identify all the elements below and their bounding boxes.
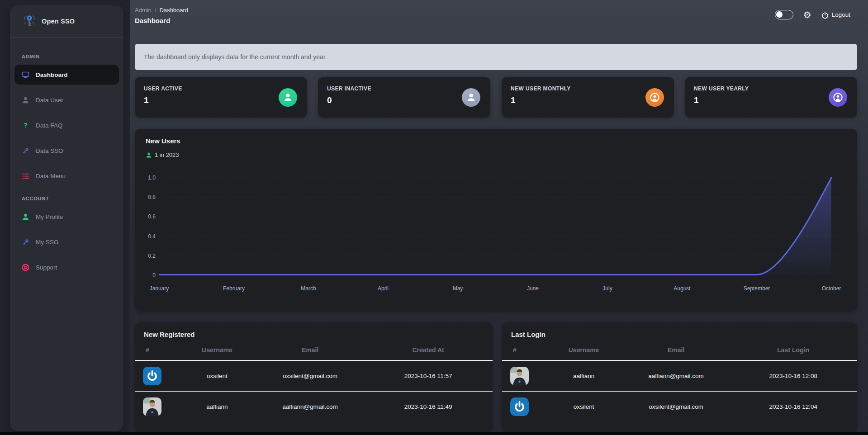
stat-icon-circle	[645, 88, 664, 107]
y-axis-tick: 1.0	[135, 175, 156, 181]
photo-avatar	[510, 367, 529, 385]
stat-card-new-user-monthly: NEW USER MONTHLY 1	[502, 77, 674, 118]
app-title: Open SSO	[42, 18, 75, 25]
stat-value: 1	[511, 95, 665, 105]
breadcrumb: Admin/Dashboard	[135, 7, 188, 14]
cell-created-at: 2023-10-16 11:57	[364, 360, 493, 392]
table-title: Last Login	[502, 322, 857, 341]
screen-bottom-edge	[0, 432, 868, 435]
x-axis-label: October	[822, 285, 841, 292]
y-axis-tick: 0.4	[135, 233, 156, 240]
stat-card-user-active: USER ACTIVE 1	[135, 77, 307, 118]
sidebar-item-data-sso[interactable]: Data SSO	[14, 141, 119, 161]
theme-toggle[interactable]	[775, 10, 793, 19]
user-solid-icon	[283, 93, 293, 102]
stat-value: 0	[327, 95, 481, 105]
monitor-icon	[22, 71, 29, 79]
open-sso-key-logo-icon	[22, 14, 37, 29]
logout-label: Logout	[832, 11, 850, 18]
topbar-actions: ⚙ Logout	[775, 10, 850, 19]
sidebar-section-admin: ADMIN	[22, 54, 123, 59]
stat-label: USER INACTIVE	[327, 85, 481, 92]
avatar-aalfiann	[143, 397, 161, 416]
stat-icon-circle	[829, 88, 847, 107]
sidebar-item-label: My Profile	[36, 213, 63, 220]
avatar-oxsilent	[510, 397, 529, 416]
cell-email: aalfiann@gmail.com	[256, 392, 364, 422]
cell-username: aalfiann	[178, 392, 256, 422]
x-axis-label: March	[301, 285, 316, 292]
user-icon	[22, 213, 29, 221]
photo-avatar	[143, 397, 161, 416]
sidebar-item-data-faq[interactable]: ? Data FAQ	[14, 115, 119, 135]
chart-legend[interactable]: 1 in 2023	[146, 151, 179, 158]
column-header-number: #	[135, 341, 178, 360]
y-axis-tick: 0.6	[135, 213, 156, 220]
question-icon: ?	[22, 122, 29, 129]
sidebar-item-label: Data FAQ	[36, 122, 62, 129]
sidebar-item-my-profile[interactable]: My Profile	[14, 207, 119, 227]
power-logo-avatar	[510, 397, 529, 416]
stat-label: NEW USER MONTHLY	[511, 85, 665, 92]
new-registered-card: New Registered # Username Email Created …	[135, 322, 493, 432]
power-logo-avatar	[143, 367, 161, 385]
x-axis-label: June	[527, 285, 539, 292]
lifebuoy-icon	[22, 264, 29, 271]
last-login-table: # Username Email Last Login	[502, 341, 857, 422]
list-icon	[22, 172, 29, 180]
table-title: New Registered	[135, 322, 493, 341]
x-axis-label: September	[744, 285, 770, 292]
cell-username: oxsilent	[545, 392, 623, 422]
user-circle-icon	[833, 93, 843, 102]
logout-button[interactable]: Logout	[821, 11, 850, 19]
chart-legend-label: 1 in 2023	[155, 151, 179, 158]
sidebar-item-label: Data SSO	[36, 147, 63, 154]
cell-username: aalfiann	[545, 360, 623, 392]
sidebar-item-support[interactable]: Support	[14, 257, 119, 277]
table-row: oxsilent oxsilent@gmail.com 2023-10-16 1…	[502, 392, 857, 422]
sidebar-item-label: Data User	[36, 97, 63, 104]
stat-card-new-user-yearly: NEW USER YEARLY 1	[685, 77, 857, 118]
sidebar-item-my-sso[interactable]: My SSO	[14, 232, 119, 252]
column-header-number: #	[502, 341, 545, 360]
cell-last-login: 2023-10-16 12:04	[729, 392, 857, 422]
sidebar-item-label: Dashboard	[36, 71, 68, 78]
x-axis-label: July	[602, 285, 612, 292]
avatar-aalfiann	[510, 367, 529, 385]
stat-card-user-inactive: USER INACTIVE 0	[318, 77, 490, 118]
sidebar-item-data-user[interactable]: Data User	[14, 90, 119, 110]
app-logo[interactable]: Open SSO	[10, 5, 123, 37]
breadcrumb-separator: /	[155, 7, 157, 14]
sidebar-item-dashboard[interactable]: Dashboard	[14, 65, 119, 85]
sidebar-item-data-menu[interactable]: Data Menu	[14, 166, 119, 186]
sidebar-divider	[10, 37, 123, 38]
sidebar-item-label: My SSO	[36, 239, 58, 246]
column-header-username: Username	[545, 341, 623, 360]
page-title: Dashboard	[135, 17, 170, 24]
key-icon	[22, 147, 29, 155]
column-header-created-at: Created At	[364, 341, 493, 360]
last-login-card: Last Login # Username Email Last Login	[502, 322, 857, 432]
column-header-username: Username	[178, 341, 256, 360]
new-users-chart-card: New Users 1 in 2023 1.0 0.8 0.6 0.4 0.2 …	[135, 129, 857, 312]
info-banner-text: The dashboard only displays data for the…	[144, 53, 327, 61]
info-banner: The dashboard only displays data for the…	[135, 44, 857, 70]
user-icon	[22, 96, 29, 104]
cell-email: oxsilent@gmail.com	[256, 360, 364, 392]
x-axis-label: April	[378, 285, 389, 292]
key-icon	[22, 238, 29, 246]
column-header-email: Email	[256, 341, 364, 360]
breadcrumb-current: Dashboard	[159, 7, 188, 14]
sidebar: Open SSO ADMIN Dashboard Data User ? Dat…	[10, 5, 123, 431]
x-axis-label: May	[453, 285, 463, 292]
stat-label: USER ACTIVE	[144, 85, 298, 92]
breadcrumb-admin-link[interactable]: Admin	[135, 7, 152, 14]
sidebar-item-label: Data Menu	[36, 173, 66, 180]
column-header-email: Email	[623, 341, 730, 360]
cell-last-login: 2023-10-16 12:08	[729, 360, 857, 392]
user-solid-icon	[466, 93, 476, 102]
cell-email: oxsilent@gmail.com	[623, 392, 730, 422]
column-header-last-login: Last Login	[729, 341, 857, 360]
user-circle-icon	[650, 93, 659, 102]
gear-icon[interactable]: ⚙	[803, 10, 811, 19]
